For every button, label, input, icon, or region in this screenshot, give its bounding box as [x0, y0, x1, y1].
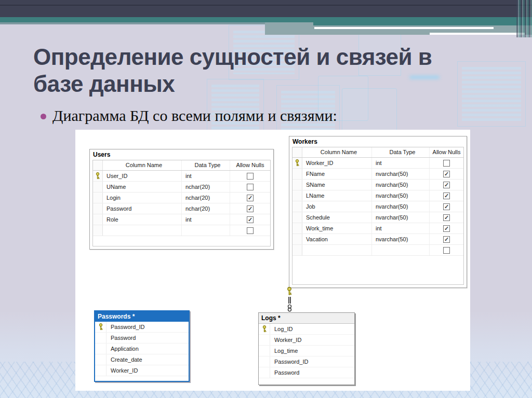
key-cell: [259, 346, 270, 356]
column-name-cell: [103, 225, 182, 236]
teal-block: [313, 17, 532, 25]
column-name-cell: Login: [103, 193, 182, 203]
table-row: Vacationnvarchar(50): [292, 234, 463, 245]
column-name-cell: Log_ID: [270, 324, 354, 334]
column-name-cell: Password_ID: [270, 356, 354, 367]
allow-nulls-cell: [430, 180, 463, 190]
key-cell: [292, 201, 302, 212]
key-cell: [95, 344, 107, 354]
bullet-text: Диаграмма БД со всеми полями и связями:: [52, 107, 337, 125]
key-cell: [259, 356, 270, 367]
allow-nulls-checkbox: [443, 182, 450, 188]
allow-nulls-checkbox: [443, 214, 450, 221]
column-name-cell: Vacation: [302, 234, 372, 244]
column-name-cell: Schedule: [302, 212, 372, 223]
data-type-cell: int: [372, 158, 430, 168]
allow-nulls-checkbox: [247, 184, 254, 190]
key-cell: [292, 245, 302, 255]
key-cell: [259, 367, 270, 378]
table-row: Schedulenvarchar(50): [292, 212, 463, 223]
allow-nulls-checkbox: [443, 160, 450, 167]
allow-nulls-cell: [230, 214, 270, 225]
workers-table-title: Workers: [292, 138, 317, 146]
allow-nulls-cell: [230, 225, 270, 236]
allow-nulls-checkbox: [443, 236, 450, 243]
table-row: Jobnvarchar(50): [292, 201, 463, 212]
key-cell: [292, 158, 302, 168]
data-type-cell: nvarchar(50): [372, 234, 430, 244]
allow-nulls-checkbox: [443, 247, 450, 254]
key-cell: [93, 193, 103, 203]
allow-nulls-checkbox: [443, 193, 450, 199]
data-type-cell: [372, 245, 430, 255]
white-accent-line-2: [430, 33, 525, 35]
column-name-cell: Password: [107, 333, 189, 343]
top-bar: [0, 0, 532, 17]
key-cell: [292, 190, 302, 201]
allow-nulls-header: Allow Nulls: [430, 147, 463, 157]
table-row: UNamenchar(20): [93, 182, 270, 193]
allow-nulls-checkbox: [247, 216, 254, 223]
allow-nulls-cell: [230, 193, 270, 203]
data-type-cell: int: [372, 223, 430, 234]
users-grid: Column Name Data Type Allow Nulls User_I…: [92, 160, 271, 246]
key-cell: [292, 169, 302, 179]
data-type-cell: [182, 225, 230, 236]
allow-nulls-cell: [230, 182, 270, 192]
table-row: Work_timeint: [292, 223, 463, 234]
logs-table-title: Logs *: [259, 313, 354, 324]
key-cell: [93, 171, 103, 181]
allow-nulls-cell: [430, 234, 463, 244]
column-name-cell: Password_ID: [107, 322, 189, 332]
allow-nulls-checkbox: [247, 195, 254, 201]
allow-nulls-checkbox: [247, 205, 254, 212]
column-name-cell: Create_date: [107, 354, 189, 365]
column-name-cell: Log_time: [270, 346, 354, 356]
allow-nulls-checkbox: [443, 225, 450, 232]
table-row: [292, 245, 463, 256]
allow-nulls-cell: [430, 223, 463, 234]
table-row: Password: [95, 333, 189, 344]
key-cell: [292, 212, 302, 223]
column-name-cell: FName: [302, 169, 372, 179]
data-type-cell: int: [182, 214, 230, 225]
workers-logs-relationship: [285, 287, 294, 313]
key-cell: [292, 223, 302, 234]
data-type-header: Data Type: [372, 147, 430, 157]
column-name-cell: LName: [302, 190, 372, 201]
top-bar-line: [0, 5, 532, 6]
table-row: FNamenvarchar(50): [292, 169, 463, 180]
table-row: Worker_ID: [95, 365, 189, 376]
column-name-header: Column Name: [302, 147, 372, 157]
table-row: Create_date: [95, 354, 189, 365]
data-type-cell: nvarchar(50): [372, 169, 430, 179]
data-type-cell: nchar(20): [182, 193, 230, 203]
data-type-header: Data Type: [182, 160, 230, 170]
table-row: Password_ID: [95, 322, 189, 333]
relationship-line: [288, 297, 291, 304]
allow-nulls-cell: [430, 245, 463, 255]
table-row: Loginnchar(20): [93, 193, 270, 203]
primary-key-icon: [295, 159, 300, 167]
allow-nulls-cell: [430, 201, 463, 212]
data-type-cell: nchar(20): [182, 203, 230, 214]
workers-grid: Column Name Data Type Allow Nulls Worker…: [292, 147, 464, 285]
white-accent-line-1: [314, 27, 494, 29]
column-name-cell: Password: [103, 203, 182, 214]
corner-stripes-decor: [516, 0, 532, 37]
column-name-cell: Worker_ID: [302, 158, 372, 168]
key-header-cell: [292, 147, 302, 157]
column-name-cell: Application: [107, 344, 189, 354]
users-table-title: Users: [93, 150, 110, 159]
table-row: LNamenvarchar(50): [292, 190, 463, 201]
primary-key-icon: [262, 325, 267, 333]
allow-nulls-cell: [430, 158, 463, 168]
data-type-cell: nvarchar(50): [372, 201, 430, 212]
data-type-cell: nchar(20): [182, 182, 230, 192]
key-cell: [95, 333, 107, 343]
column-name-cell: Worker_ID: [270, 335, 354, 345]
table-row: SNamenvarchar(50): [292, 180, 463, 190]
allow-nulls-checkbox: [443, 203, 450, 210]
column-name-cell: Work_time: [302, 223, 372, 234]
column-name-header: Column Name: [103, 160, 182, 170]
